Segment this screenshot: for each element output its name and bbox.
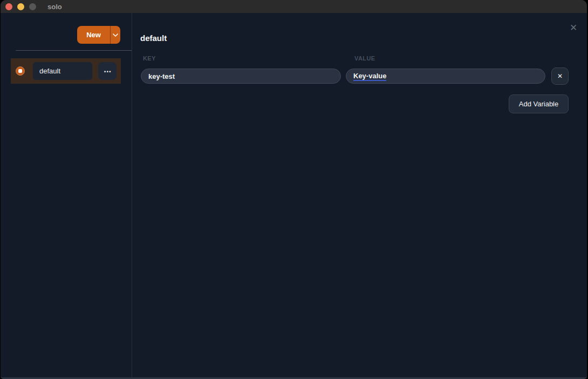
value-column-label: VALUE <box>354 55 375 62</box>
environment-name-input[interactable] <box>33 62 92 80</box>
chevron-down-icon <box>113 33 118 37</box>
sidebar-divider <box>16 50 132 51</box>
key-column-label: KEY <box>143 55 156 62</box>
environment-list-item[interactable]: ••• <box>11 58 121 84</box>
close-traffic-light-icon[interactable] <box>5 3 12 10</box>
environment-selected-radio[interactable] <box>16 66 25 76</box>
window-content: New ••• default ✕ <box>1 13 587 377</box>
fullscreen-traffic-light-icon <box>29 3 36 10</box>
new-button[interactable]: New <box>77 26 110 44</box>
minimize-traffic-light-icon[interactable] <box>17 3 24 10</box>
close-icon: ✕ <box>570 23 577 33</box>
radio-dot-icon <box>18 69 22 73</box>
new-button-group: New <box>77 26 120 44</box>
close-panel-button[interactable]: ✕ <box>566 21 581 36</box>
window-title: solo <box>47 3 62 11</box>
sidebar: New ••• <box>1 13 132 377</box>
add-variable-button[interactable]: Add Variable <box>509 94 569 113</box>
titlebar[interactable]: solo <box>1 0 587 13</box>
environment-detail-panel: default ✕ KEY VALUE Key-value ✕ Add Vari… <box>132 13 587 377</box>
variable-value-text: Key-value <box>353 72 386 81</box>
panel-title: default <box>140 33 167 43</box>
more-options-button[interactable]: ••• <box>98 62 117 80</box>
app-window: solo New ••• <box>1 0 587 379</box>
variable-value-input[interactable]: Key-value <box>346 69 545 84</box>
new-dropdown-button[interactable] <box>110 26 120 44</box>
remove-variable-button[interactable]: ✕ <box>551 67 569 85</box>
ellipsis-icon: ••• <box>104 69 112 75</box>
remove-icon: ✕ <box>557 72 563 80</box>
variable-key-input[interactable] <box>141 69 341 84</box>
